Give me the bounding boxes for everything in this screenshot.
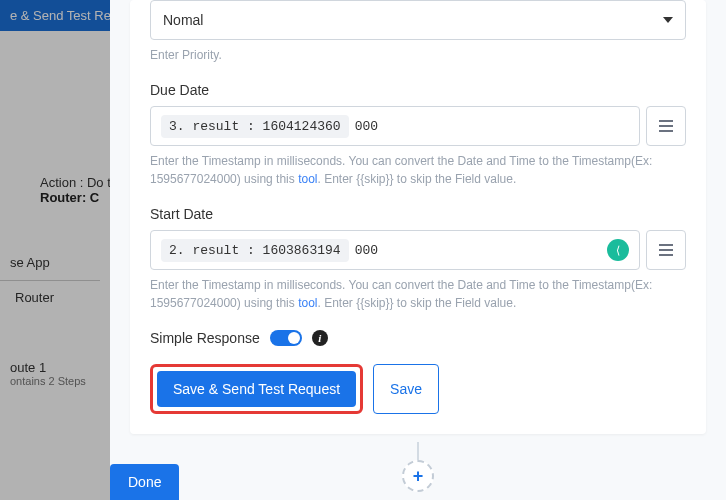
save-send-test-button[interactable]: Save & Send Test Request — [157, 371, 356, 407]
done-button[interactable]: Done — [110, 464, 179, 500]
bg-header-button: e & Send Test Req — [0, 0, 128, 31]
caret-down-icon — [663, 17, 673, 23]
hamburger-icon — [659, 244, 673, 256]
due-date-input-row: 3. result : 1604124360 000 — [150, 106, 686, 146]
bg-route1-sub: ontains 2 Steps — [10, 375, 86, 387]
due-date-token: 3. result : 1604124360 — [161, 115, 349, 138]
start-date-input[interactable]: 2. result : 1603863194 000 ⟨ — [150, 230, 640, 270]
modal-panel: Nomal Enter Priority. Due Date 3. result… — [110, 0, 726, 500]
due-date-tool-link[interactable]: tool — [298, 172, 317, 186]
priority-select[interactable]: Nomal — [150, 0, 686, 40]
bg-action-item: Action : Do t Router: C — [30, 165, 121, 215]
bg-route1-item: oute 1 ontains 2 Steps — [0, 350, 96, 397]
form-card: Nomal Enter Priority. Due Date 3. result… — [130, 0, 706, 434]
due-date-suffix: 000 — [355, 119, 378, 134]
start-date-suffix: 000 — [355, 243, 378, 258]
due-date-help-suffix: . Enter {{skip}} to skip the Field value… — [317, 172, 516, 186]
connector: + — [110, 442, 726, 492]
start-date-group: Start Date 2. result : 1603863194 000 ⟨ … — [150, 206, 686, 312]
priority-group: Nomal Enter Priority. — [150, 0, 686, 64]
priority-value: Nomal — [163, 12, 203, 28]
start-date-help-suffix: . Enter {{skip}} to skip the Field value… — [317, 296, 516, 310]
due-date-input[interactable]: 3. result : 1604124360 000 — [150, 106, 640, 146]
info-icon[interactable]: i — [312, 330, 328, 346]
start-date-help: Enter the Timestamp in milliseconds. You… — [150, 276, 686, 312]
start-date-label: Start Date — [150, 206, 686, 222]
active-indicator-icon: ⟨ — [607, 239, 629, 261]
button-row: Save & Send Test Request Save — [150, 364, 686, 414]
priority-help: Enter Priority. — [150, 46, 686, 64]
bg-action-label: Action : Do t — [40, 175, 111, 190]
due-date-help: Enter the Timestamp in milliseconds. You… — [150, 152, 686, 188]
bg-app-item: se App — [0, 245, 100, 281]
due-date-menu-button[interactable] — [646, 106, 686, 146]
bg-route1-label: oute 1 — [10, 360, 86, 375]
toggle-knob — [288, 332, 300, 344]
simple-response-row: Simple Response i — [150, 330, 686, 346]
bg-router-item: Router — [5, 280, 64, 315]
hamburger-icon — [659, 120, 673, 132]
save-button[interactable]: Save — [373, 364, 439, 414]
start-date-menu-button[interactable] — [646, 230, 686, 270]
add-step-button[interactable]: + — [402, 460, 434, 492]
highlight-box: Save & Send Test Request — [150, 364, 363, 414]
start-date-input-row: 2. result : 1603863194 000 ⟨ — [150, 230, 686, 270]
due-date-group: Due Date 3. result : 1604124360 000 Ente… — [150, 82, 686, 188]
connector-line — [417, 442, 419, 460]
due-date-label: Due Date — [150, 82, 686, 98]
start-date-tool-link[interactable]: tool — [298, 296, 317, 310]
simple-response-toggle[interactable] — [270, 330, 302, 346]
start-date-token: 2. result : 1603863194 — [161, 239, 349, 262]
simple-response-label: Simple Response — [150, 330, 260, 346]
bg-router-label: Router: C — [40, 190, 111, 205]
